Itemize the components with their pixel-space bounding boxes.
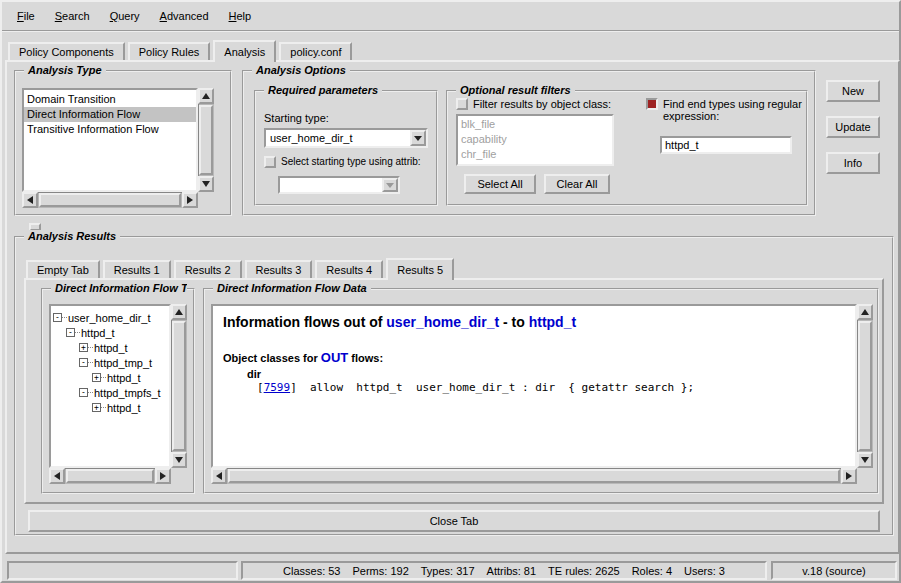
clear-all-button[interactable]: Clear All [544,174,610,194]
flow-data-hscrollbar[interactable] [211,468,857,484]
tree-node-label[interactable]: httpd_t [106,372,141,384]
combobox-dropdown-button[interactable] [410,130,426,146]
flow-tree[interactable]: -user_home_dir_t -httpd_t +httpd_t -http… [49,304,171,468]
scroll-left-button[interactable] [49,468,65,484]
analysis-type-vscrollbar[interactable] [198,88,214,192]
scroll-right-button[interactable] [182,192,198,208]
tree-node[interactable]: +httpd_t [51,340,169,355]
tree-node-label[interactable]: httpd_tmpfs_t [93,387,161,399]
up-arrow-icon [202,89,210,99]
scroll-thumb[interactable] [39,193,181,207]
tree-expander-icon[interactable]: - [79,358,88,367]
regex-input[interactable] [660,136,792,154]
tab-results-1[interactable]: Results 1 [103,260,171,278]
flow-tree-hscrollbar[interactable] [49,468,171,484]
listbox-item-domain-transition[interactable]: Domain Transition [24,92,196,107]
object-classes-prefix: Object classes for [223,352,318,364]
right-arrow-icon [160,472,170,480]
tree-node-label[interactable]: user_home_dir_t [67,312,151,324]
attrib-checkbox[interactable] [264,156,276,168]
object-class-name: dir [247,368,847,380]
tree-node-label[interactable]: httpd_t [93,342,128,354]
scroll-down-button[interactable] [857,452,873,468]
filter-by-class-label: Filter results by object class: [473,98,611,110]
flow-data-textarea[interactable]: Information flows out of user_home_dir_t… [211,304,857,468]
scroll-up-button[interactable] [198,88,214,104]
up-arrow-icon [861,305,869,315]
listbox-item-transitive-information-flow[interactable]: Transitive Information Flow [24,122,196,137]
scroll-thumb[interactable] [228,469,840,483]
tab-results-2[interactable]: Results 2 [174,260,242,278]
down-arrow-icon [202,181,210,191]
required-parameters-group: Required parameters Starting type: user_… [254,90,438,206]
results-page: Direct Information Flow T -user_home_dir… [24,278,884,504]
update-button[interactable]: Update [826,116,880,138]
tab-policy-rules[interactable]: Policy Rules [128,42,211,60]
menu-search[interactable]: Search [46,7,99,25]
analysis-type-group: Analysis Type Domain Transition Direct I… [14,70,232,216]
flow-tree-vscrollbar[interactable] [171,304,187,468]
tree-node[interactable]: +httpd_t [51,400,169,415]
tree-node-label[interactable]: httpd_tmp_t [93,357,152,369]
scroll-right-button[interactable] [841,468,857,484]
attrib-combobox-value [280,178,382,192]
scroll-thumb[interactable] [172,321,186,451]
tab-results-5[interactable]: Results 5 [386,258,454,280]
apol-window: File Search Query Advanced Help Policy C… [0,0,901,583]
close-tab-button[interactable]: Close Tab [28,510,880,532]
tree-node[interactable]: -httpd_tmpfs_t [51,385,169,400]
menu-help[interactable]: Help [220,7,261,25]
rule-number-link[interactable]: 7599 [264,381,291,394]
new-button[interactable]: New [826,80,880,102]
select-all-button[interactable]: Select All [464,174,536,194]
analysis-type-title: Analysis Type [24,64,106,76]
scroll-left-button[interactable] [211,468,227,484]
menu-file[interactable]: File [8,7,44,25]
scroll-down-button[interactable] [171,452,187,468]
tree-expander-icon[interactable]: - [53,313,62,322]
tab-empty-tab[interactable]: Empty Tab [26,260,100,278]
tab-policy-conf[interactable]: policy.conf [279,42,352,60]
tree-expander-icon[interactable]: - [79,388,88,397]
tab-results-3[interactable]: Results 3 [245,260,313,278]
tab-policy-components[interactable]: Policy Components [8,42,125,60]
rule-bracket: ] [290,381,297,394]
te-rule-line: [7599] allow httpd_t user_home_dir_t : d… [257,381,847,394]
scroll-right-button[interactable] [155,468,171,484]
menu-advanced[interactable]: Advanced [151,7,218,25]
tree-node[interactable]: -user_home_dir_t [51,310,169,325]
scroll-down-button[interactable] [198,176,214,192]
scroll-thumb[interactable] [199,105,213,175]
tree-expander-icon[interactable]: + [92,373,101,382]
tree-expander-icon[interactable]: + [92,403,101,412]
tree-node-label[interactable]: httpd_t [80,327,115,339]
filter-by-class-checkbox[interactable] [456,98,468,110]
starting-type-combobox[interactable]: user_home_dir_t [264,128,428,148]
left-arrow-icon [23,196,33,204]
tree-node[interactable]: -httpd_t [51,325,169,340]
flow-heading-mid: - to [503,314,525,330]
menu-query[interactable]: Query [101,7,149,25]
scroll-up-button[interactable] [857,304,873,320]
scroll-left-button[interactable] [22,192,38,208]
tab-analysis[interactable]: Analysis [213,40,276,62]
info-button[interactable]: Info [826,152,880,174]
analysis-type-hscrollbar[interactable] [22,192,198,208]
scroll-thumb[interactable] [858,321,872,451]
tree-node-label[interactable]: httpd_t [106,402,141,414]
object-classes-line: Object classes for OUT flows: [223,350,847,365]
flow-data-vscrollbar[interactable] [857,304,873,468]
analysis-options-title: Analysis Options [252,64,350,76]
flow-data-group: Direct Information Flow Data Information… [203,288,879,494]
regex-checkbox[interactable] [646,98,658,110]
tree-expander-icon[interactable]: - [66,328,75,337]
tree-node[interactable]: -httpd_tmp_t [51,355,169,370]
scroll-up-button[interactable] [171,304,187,320]
tab-results-4[interactable]: Results 4 [315,260,383,278]
listbox-item-direct-information-flow[interactable]: Direct Information Flow [24,107,196,122]
tree-expander-icon[interactable]: + [79,343,88,352]
tree-node[interactable]: +httpd_t [51,370,169,385]
analysis-results-title: Analysis Results [24,230,120,242]
scroll-thumb[interactable] [66,469,154,483]
analysis-type-listbox[interactable]: Domain Transition Direct Information Flo… [22,88,198,192]
